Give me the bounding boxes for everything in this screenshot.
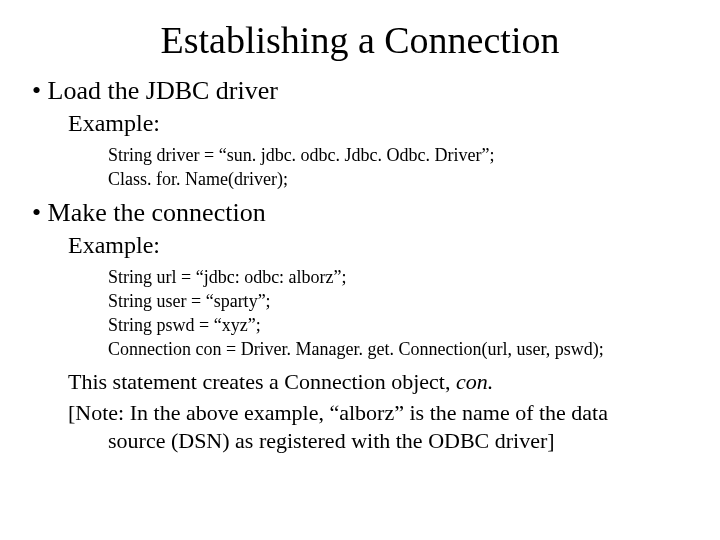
slide-content: Load the JDBC driver Example: String dri…	[32, 76, 700, 454]
bullet-load-driver: Load the JDBC driver	[32, 76, 700, 106]
slide: Establishing a Connection Load the JDBC …	[0, 18, 720, 540]
code-block-2: String url = “jdbc: odbc: alborz”; Strin…	[108, 265, 700, 362]
code-line: String user = “sparty”;	[108, 289, 700, 313]
bullet-make-connection: Make the connection	[32, 198, 700, 228]
code-line: String pswd = “xyz”;	[108, 313, 700, 337]
example-label-1: Example:	[68, 110, 700, 137]
code-block-1: String driver = “sun. jdbc. odbc. Jdbc. …	[108, 143, 700, 192]
code-line: String driver = “sun. jdbc. odbc. Jdbc. …	[108, 143, 700, 167]
example-label-2: Example:	[68, 232, 700, 259]
code-line: String url = “jdbc: odbc: alborz”;	[108, 265, 700, 289]
code-line: Class. for. Name(driver);	[108, 167, 700, 191]
note-text: This statement creates a Connection obje…	[68, 369, 456, 394]
note-italic: con.	[456, 369, 493, 394]
note-line-2: [Note: In the above example, “alborz” is…	[68, 399, 700, 427]
note-line-3: source (DSN) as registered with the ODBC…	[108, 427, 700, 455]
note-line-1: This statement creates a Connection obje…	[68, 368, 700, 396]
slide-title: Establishing a Connection	[0, 18, 720, 62]
code-line: Connection con = Driver. Manager. get. C…	[108, 337, 700, 361]
